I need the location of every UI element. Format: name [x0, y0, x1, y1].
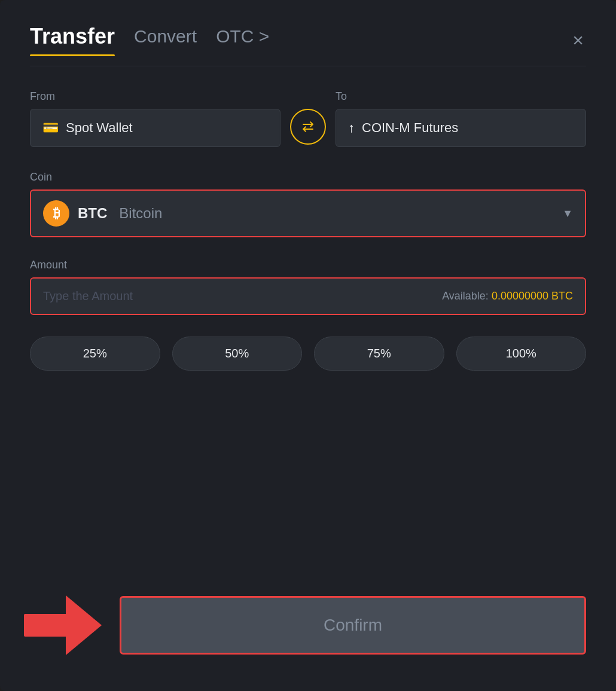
amount-section: Amount Type the Amount Available: 0.0000…	[30, 259, 586, 315]
amount-input-box[interactable]: Type the Amount Available: 0.00000000 BT…	[30, 277, 586, 315]
arrow-container	[30, 595, 102, 655]
coin-ticker: BTC	[78, 205, 107, 222]
btc-icon: ₿	[43, 200, 69, 227]
modal-header: Transfer Convert OTC > ×	[30, 24, 586, 56]
bottom-section: Confirm	[30, 595, 586, 655]
percent-25-button[interactable]: 25%	[30, 337, 160, 371]
to-label: To	[336, 90, 586, 103]
arrow-right-indicator	[24, 595, 102, 655]
percent-buttons: 25% 50% 75% 100%	[30, 337, 586, 371]
swap-icon: ⇄	[302, 118, 314, 135]
to-wallet-label: COIN-M Futures	[362, 120, 458, 136]
coin-section: Coin ₿ BTC Bitcoin ▼	[30, 171, 586, 237]
amount-label: Amount	[30, 259, 67, 271]
futures-icon: ↑	[348, 120, 355, 136]
percent-100-button[interactable]: 100%	[456, 337, 587, 371]
percent-50-button[interactable]: 50%	[172, 337, 303, 371]
percent-75-button[interactable]: 75%	[314, 337, 444, 371]
coin-label: Coin	[30, 171, 52, 183]
to-group: To ↑ COIN-M Futures	[336, 90, 586, 147]
from-label: From	[30, 90, 280, 103]
from-wallet-selector[interactable]: 💳 Spot Wallet	[30, 109, 280, 147]
from-wallet-label: Spot Wallet	[66, 120, 133, 136]
coin-full-name: Bitcoin	[119, 205, 162, 222]
arrow-head	[66, 595, 102, 655]
close-button[interactable]: ×	[570, 28, 586, 52]
swap-button[interactable]: ⇄	[290, 109, 326, 145]
tab-transfer[interactable]: Transfer	[30, 24, 115, 56]
tab-convert[interactable]: Convert	[134, 26, 197, 54]
header-divider	[30, 66, 586, 66]
chevron-down-icon: ▼	[562, 207, 573, 220]
to-wallet-selector[interactable]: ↑ COIN-M Futures	[336, 109, 586, 147]
available-label: Available:	[442, 290, 489, 302]
tab-otc[interactable]: OTC >	[216, 26, 269, 54]
transfer-modal: Transfer Convert OTC > × From 💳 Spot Wal…	[0, 0, 616, 691]
confirm-button[interactable]: Confirm	[120, 596, 586, 655]
wallet-icon: 💳	[42, 120, 59, 136]
from-group: From 💳 Spot Wallet	[30, 90, 280, 147]
amount-placeholder: Type the Amount	[43, 289, 133, 303]
available-text: Available: 0.00000000 BTC	[442, 290, 573, 302]
available-value: 0.00000000 BTC	[492, 290, 573, 302]
from-to-section: From 💳 Spot Wallet ⇄ To ↑ COIN-M Futures	[30, 90, 586, 147]
coin-selector[interactable]: ₿ BTC Bitcoin ▼	[30, 189, 586, 237]
arrow-body	[24, 614, 66, 637]
